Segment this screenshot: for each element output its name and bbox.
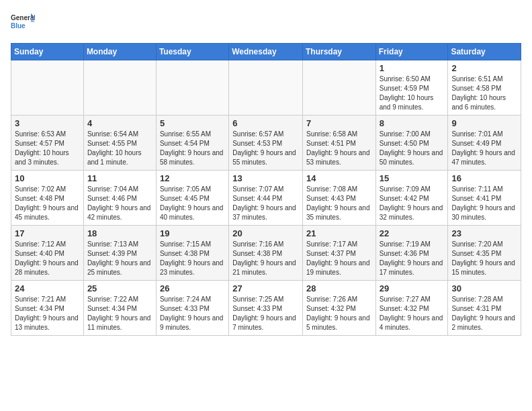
day-number: 1 bbox=[380, 63, 445, 73]
day-number: 23 bbox=[451, 228, 517, 238]
calendar-cell: 18Sunrise: 7:13 AM Sunset: 4:39 PM Dayli… bbox=[83, 226, 156, 281]
svg-text:Blue: Blue bbox=[11, 22, 26, 30]
day-info: Sunrise: 7:05 AM Sunset: 4:45 PM Dayligh… bbox=[160, 185, 225, 222]
day-info: Sunrise: 6:58 AM Sunset: 4:51 PM Dayligh… bbox=[306, 130, 372, 167]
calendar-cell: 24Sunrise: 7:21 AM Sunset: 4:34 PM Dayli… bbox=[11, 281, 84, 336]
logo: General Blue bbox=[11, 11, 35, 35]
calendar-cell bbox=[156, 60, 228, 116]
weekday-header: Sunday bbox=[11, 44, 84, 60]
calendar-cell: 16Sunrise: 7:11 AM Sunset: 4:41 PM Dayli… bbox=[448, 171, 521, 226]
weekday-header: Wednesday bbox=[229, 44, 303, 60]
calendar-cell: 1Sunrise: 6:50 AM Sunset: 4:59 PM Daylig… bbox=[375, 60, 448, 116]
weekday-header: Tuesday bbox=[156, 44, 228, 60]
logo-text: General Blue bbox=[11, 11, 35, 35]
day-number: 10 bbox=[15, 173, 80, 183]
calendar-cell: 3Sunrise: 6:53 AM Sunset: 4:57 PM Daylig… bbox=[11, 116, 84, 171]
day-info: Sunrise: 7:25 AM Sunset: 4:33 PM Dayligh… bbox=[232, 295, 299, 332]
calendar-table: SundayMondayTuesdayWednesdayThursdayFrid… bbox=[11, 43, 521, 336]
calendar-cell: 8Sunrise: 7:00 AM Sunset: 4:50 PM Daylig… bbox=[375, 116, 448, 171]
day-info: Sunrise: 7:11 AM Sunset: 4:41 PM Dayligh… bbox=[451, 185, 517, 222]
calendar-cell: 2Sunrise: 6:51 AM Sunset: 4:58 PM Daylig… bbox=[448, 60, 521, 116]
calendar-cell: 23Sunrise: 7:20 AM Sunset: 4:35 PM Dayli… bbox=[448, 226, 521, 281]
calendar-cell: 10Sunrise: 7:02 AM Sunset: 4:48 PM Dayli… bbox=[11, 171, 84, 226]
day-number: 6 bbox=[232, 118, 299, 128]
day-number: 15 bbox=[380, 173, 445, 183]
day-number: 18 bbox=[87, 228, 152, 238]
day-info: Sunrise: 7:21 AM Sunset: 4:34 PM Dayligh… bbox=[15, 295, 80, 332]
day-number: 5 bbox=[160, 118, 225, 128]
weekday-header: Saturday bbox=[448, 44, 521, 60]
day-info: Sunrise: 7:13 AM Sunset: 4:39 PM Dayligh… bbox=[87, 240, 152, 277]
calendar-cell: 29Sunrise: 7:27 AM Sunset: 4:32 PM Dayli… bbox=[375, 281, 448, 336]
day-number: 7 bbox=[306, 118, 372, 128]
calendar-cell: 13Sunrise: 7:07 AM Sunset: 4:44 PM Dayli… bbox=[229, 171, 303, 226]
calendar-cell: 20Sunrise: 7:16 AM Sunset: 4:38 PM Dayli… bbox=[229, 226, 303, 281]
calendar-cell: 6Sunrise: 6:57 AM Sunset: 4:53 PM Daylig… bbox=[229, 116, 303, 171]
day-info: Sunrise: 7:00 AM Sunset: 4:50 PM Dayligh… bbox=[380, 130, 445, 167]
day-number: 26 bbox=[160, 283, 225, 293]
day-info: Sunrise: 7:16 AM Sunset: 4:38 PM Dayligh… bbox=[232, 240, 299, 277]
day-number: 16 bbox=[451, 173, 517, 183]
day-number: 24 bbox=[15, 283, 80, 293]
day-number: 25 bbox=[87, 283, 152, 293]
day-info: Sunrise: 6:55 AM Sunset: 4:54 PM Dayligh… bbox=[160, 130, 225, 167]
day-info: Sunrise: 7:12 AM Sunset: 4:40 PM Dayligh… bbox=[15, 240, 80, 277]
calendar-cell: 27Sunrise: 7:25 AM Sunset: 4:33 PM Dayli… bbox=[229, 281, 303, 336]
day-number: 27 bbox=[232, 283, 299, 293]
day-info: Sunrise: 6:51 AM Sunset: 4:58 PM Dayligh… bbox=[451, 75, 517, 112]
day-info: Sunrise: 7:17 AM Sunset: 4:37 PM Dayligh… bbox=[306, 240, 372, 277]
page-header: General Blue bbox=[11, 11, 521, 35]
calendar-cell: 22Sunrise: 7:19 AM Sunset: 4:36 PM Dayli… bbox=[375, 226, 448, 281]
calendar-cell: 4Sunrise: 6:54 AM Sunset: 4:55 PM Daylig… bbox=[83, 116, 156, 171]
day-number: 30 bbox=[451, 283, 517, 293]
weekday-header-row: SundayMondayTuesdayWednesdayThursdayFrid… bbox=[11, 44, 521, 60]
day-number: 29 bbox=[380, 283, 445, 293]
day-info: Sunrise: 6:54 AM Sunset: 4:55 PM Dayligh… bbox=[87, 130, 152, 167]
calendar-cell bbox=[11, 60, 84, 116]
day-info: Sunrise: 7:04 AM Sunset: 4:46 PM Dayligh… bbox=[87, 185, 152, 222]
calendar-cell: 28Sunrise: 7:26 AM Sunset: 4:32 PM Dayli… bbox=[302, 281, 375, 336]
logo-icon: General Blue bbox=[11, 11, 35, 35]
weekday-header: Friday bbox=[375, 44, 448, 60]
day-info: Sunrise: 7:19 AM Sunset: 4:36 PM Dayligh… bbox=[380, 240, 445, 277]
day-info: Sunrise: 7:26 AM Sunset: 4:32 PM Dayligh… bbox=[306, 295, 372, 332]
day-number: 11 bbox=[87, 173, 152, 183]
day-number: 17 bbox=[15, 228, 80, 238]
calendar-cell: 14Sunrise: 7:08 AM Sunset: 4:43 PM Dayli… bbox=[302, 171, 375, 226]
calendar-week-row: 24Sunrise: 7:21 AM Sunset: 4:34 PM Dayli… bbox=[11, 281, 521, 336]
calendar-cell: 25Sunrise: 7:22 AM Sunset: 4:34 PM Dayli… bbox=[83, 281, 156, 336]
day-number: 9 bbox=[451, 118, 517, 128]
calendar-cell: 30Sunrise: 7:28 AM Sunset: 4:31 PM Dayli… bbox=[448, 281, 521, 336]
day-info: Sunrise: 7:01 AM Sunset: 4:49 PM Dayligh… bbox=[451, 130, 517, 167]
day-number: 3 bbox=[15, 118, 80, 128]
calendar-cell bbox=[302, 60, 375, 116]
calendar-cell: 11Sunrise: 7:04 AM Sunset: 4:46 PM Dayli… bbox=[83, 171, 156, 226]
day-info: Sunrise: 6:53 AM Sunset: 4:57 PM Dayligh… bbox=[15, 130, 80, 167]
calendar-cell: 9Sunrise: 7:01 AM Sunset: 4:49 PM Daylig… bbox=[448, 116, 521, 171]
day-info: Sunrise: 7:08 AM Sunset: 4:43 PM Dayligh… bbox=[306, 185, 372, 222]
day-info: Sunrise: 7:09 AM Sunset: 4:42 PM Dayligh… bbox=[380, 185, 445, 222]
day-number: 28 bbox=[306, 283, 372, 293]
calendar-cell: 7Sunrise: 6:58 AM Sunset: 4:51 PM Daylig… bbox=[302, 116, 375, 171]
calendar-cell: 19Sunrise: 7:15 AM Sunset: 4:38 PM Dayli… bbox=[156, 226, 228, 281]
day-number: 21 bbox=[306, 228, 372, 238]
calendar-cell bbox=[229, 60, 303, 116]
weekday-header: Monday bbox=[83, 44, 156, 60]
day-info: Sunrise: 7:07 AM Sunset: 4:44 PM Dayligh… bbox=[232, 185, 299, 222]
calendar-cell: 17Sunrise: 7:12 AM Sunset: 4:40 PM Dayli… bbox=[11, 226, 84, 281]
calendar-cell: 15Sunrise: 7:09 AM Sunset: 4:42 PM Dayli… bbox=[375, 171, 448, 226]
day-number: 2 bbox=[451, 63, 517, 73]
day-number: 13 bbox=[232, 173, 299, 183]
calendar-cell bbox=[83, 60, 156, 116]
day-info: Sunrise: 7:02 AM Sunset: 4:48 PM Dayligh… bbox=[15, 185, 80, 222]
day-info: Sunrise: 7:20 AM Sunset: 4:35 PM Dayligh… bbox=[451, 240, 517, 277]
calendar-week-row: 1Sunrise: 6:50 AM Sunset: 4:59 PM Daylig… bbox=[11, 60, 521, 116]
day-number: 8 bbox=[380, 118, 445, 128]
calendar-cell: 26Sunrise: 7:24 AM Sunset: 4:33 PM Dayli… bbox=[156, 281, 228, 336]
day-info: Sunrise: 7:27 AM Sunset: 4:32 PM Dayligh… bbox=[380, 295, 445, 332]
day-info: Sunrise: 7:22 AM Sunset: 4:34 PM Dayligh… bbox=[87, 295, 152, 332]
day-number: 19 bbox=[160, 228, 225, 238]
day-number: 14 bbox=[306, 173, 372, 183]
day-number: 4 bbox=[87, 118, 152, 128]
calendar-week-row: 10Sunrise: 7:02 AM Sunset: 4:48 PM Dayli… bbox=[11, 171, 521, 226]
